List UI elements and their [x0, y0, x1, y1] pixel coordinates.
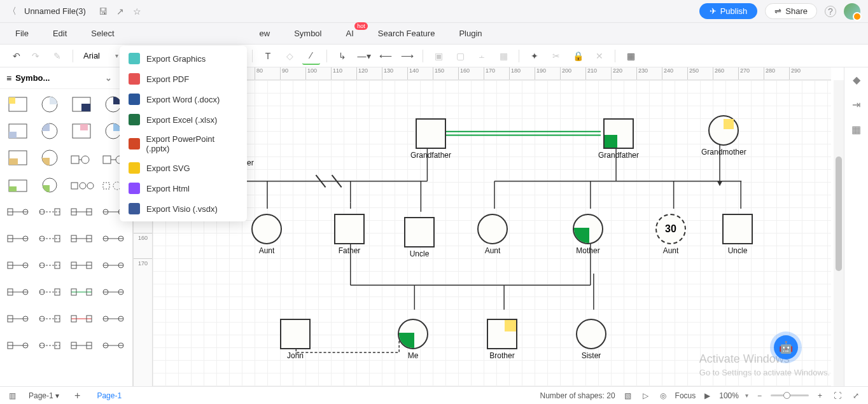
- palette-shape[interactable]: [99, 307, 127, 330]
- palette-shape[interactable]: [99, 253, 127, 276]
- diagram-node-gf2[interactable]: Grandfather: [598, 118, 639, 160]
- export-item[interactable]: Export PowerPoint (.pptx): [120, 130, 247, 158]
- export-item[interactable]: Export Excel (.xlsx): [120, 109, 247, 130]
- presentation-icon[interactable]: ▷: [640, 391, 651, 400]
- effects-icon[interactable]: ✦: [526, 47, 543, 65]
- palette-shape[interactable]: [36, 280, 64, 303]
- highlight-icon[interactable]: ∕: [302, 47, 320, 65]
- add-page-button[interactable]: +: [69, 390, 85, 401]
- menu-file[interactable]: File: [13, 26, 31, 41]
- chevron-down-icon[interactable]: ▾: [115, 52, 118, 59]
- palette-shape[interactable]: [4, 333, 32, 356]
- zoom-slider[interactable]: [771, 394, 809, 396]
- avatar[interactable]: [844, 3, 860, 20]
- export-item[interactable]: Export SVG: [120, 158, 247, 178]
- diagram-node-uncle1[interactable]: Uncle: [404, 217, 435, 258]
- fullscreen-icon[interactable]: ⤢: [850, 391, 862, 400]
- page-tab[interactable]: Page-1: [92, 389, 127, 402]
- diagram-node-brother[interactable]: Brother: [487, 319, 517, 360]
- palette-shape[interactable]: [36, 226, 64, 249]
- palette-shape[interactable]: [67, 307, 95, 330]
- diagram-node-gm[interactable]: Grandmother: [701, 115, 746, 157]
- help-icon[interactable]: ?: [825, 6, 836, 17]
- collapse-icon[interactable]: ⌄: [105, 73, 112, 83]
- palette-shape[interactable]: [36, 333, 64, 356]
- table-icon[interactable]: ▦: [622, 47, 640, 65]
- save-icon[interactable]: 🖫: [99, 6, 108, 17]
- focus-label[interactable]: Focus: [675, 391, 696, 400]
- palette-shape[interactable]: [36, 307, 64, 330]
- palette-shape[interactable]: [36, 200, 64, 223]
- palette-shape[interactable]: [4, 146, 32, 169]
- palette-shape[interactable]: [99, 280, 127, 303]
- export-item[interactable]: Export PDF: [120, 69, 247, 89]
- palette-shape[interactable]: [36, 253, 64, 276]
- open-external-icon[interactable]: ↗: [116, 6, 124, 17]
- arrow-end-icon[interactable]: ⟶: [398, 47, 416, 65]
- play-icon[interactable]: ▶: [702, 391, 713, 400]
- palette-shape[interactable]: [67, 173, 95, 196]
- palette-shape[interactable]: [67, 146, 95, 169]
- diagram-node-me[interactable]: Me: [398, 319, 428, 360]
- diagram-node-mother[interactable]: Mother: [573, 214, 603, 255]
- undo-icon[interactable]: ↶: [8, 47, 25, 65]
- diagram-node-aunt2[interactable]: Aunt: [477, 214, 508, 255]
- diagram-node-er[interactable]: er: [247, 157, 254, 167]
- shapes-palette[interactable]: [0, 89, 132, 386]
- star-icon[interactable]: ☆: [133, 6, 141, 17]
- format-painter-icon[interactable]: ✎: [48, 47, 66, 65]
- text-tool-icon[interactable]: T: [259, 47, 277, 65]
- menu-view[interactable]: ew: [257, 26, 273, 41]
- menu-plugin[interactable]: Plugin: [456, 26, 484, 41]
- export-item[interactable]: Export Graphics: [120, 48, 247, 69]
- arrow-start-icon[interactable]: ⟵: [377, 47, 395, 65]
- share-button[interactable]: ⇌ Share: [765, 3, 817, 19]
- chat-fab-icon[interactable]: 🤖: [774, 335, 798, 359]
- palette-shape[interactable]: [4, 307, 32, 330]
- distribute-icon[interactable]: ▦: [494, 47, 512, 65]
- redo-icon[interactable]: ↷: [27, 47, 45, 65]
- palette-shape[interactable]: [99, 333, 127, 356]
- connector-icon[interactable]: ↳: [333, 47, 351, 65]
- palette-shape[interactable]: [67, 120, 95, 143]
- palette-shape[interactable]: [4, 280, 32, 303]
- diagram-node-aunt3[interactable]: 30Aunt: [655, 214, 686, 255]
- palette-shape[interactable]: [67, 200, 95, 223]
- back-icon[interactable]: 〈: [8, 6, 17, 17]
- diagram-node-aunt1[interactable]: Aunt: [251, 214, 282, 255]
- diagram-node-john[interactable]: John: [280, 319, 311, 360]
- layer-back-icon[interactable]: ▢: [451, 47, 469, 65]
- palette-shape[interactable]: [67, 226, 95, 249]
- menu-edit[interactable]: Edit: [50, 26, 69, 41]
- lock-icon[interactable]: 🔒: [569, 47, 587, 65]
- align-objects-icon[interactable]: ⫠: [473, 47, 491, 65]
- shape-tag-icon[interactable]: ◇: [281, 47, 298, 65]
- menu-select[interactable]: Select: [88, 26, 116, 41]
- palette-shape[interactable]: [4, 253, 32, 276]
- canvas[interactable]: GrandfatherGrandfatherGrandmothererAuntF…: [153, 80, 831, 386]
- diagram-node-sister[interactable]: Sister: [576, 319, 606, 360]
- crop-icon[interactable]: ✂: [547, 47, 565, 65]
- palette-shape[interactable]: [4, 93, 32, 116]
- font-family-select[interactable]: Arial: [80, 49, 111, 62]
- palette-shape[interactable]: [36, 120, 64, 143]
- fill-bucket-icon[interactable]: ◆: [853, 74, 860, 86]
- palette-shape[interactable]: [36, 173, 64, 196]
- palette-shape[interactable]: [4, 226, 32, 249]
- palette-shape[interactable]: [67, 333, 95, 356]
- vertical-scrollbar[interactable]: [834, 80, 844, 386]
- diagram-node-uncle2[interactable]: Uncle: [722, 214, 753, 255]
- zoom-in-icon[interactable]: +: [815, 391, 825, 400]
- export-panel-icon[interactable]: ⇥: [852, 99, 860, 111]
- zoom-out-icon[interactable]: −: [755, 391, 764, 400]
- palette-shape[interactable]: [67, 93, 95, 116]
- zoom-value[interactable]: 100%: [719, 391, 739, 400]
- palette-shape[interactable]: [4, 120, 32, 143]
- menu-ai[interactable]: AI hot: [343, 26, 356, 41]
- tools-icon[interactable]: ✕: [591, 47, 608, 65]
- export-item[interactable]: Export Word (.docx): [120, 89, 247, 109]
- palette-shape[interactable]: [67, 280, 95, 303]
- diagram-node-father[interactable]: Father: [334, 214, 365, 255]
- palette-shape[interactable]: [36, 93, 64, 116]
- fit-screen-icon[interactable]: ⛶: [831, 391, 844, 400]
